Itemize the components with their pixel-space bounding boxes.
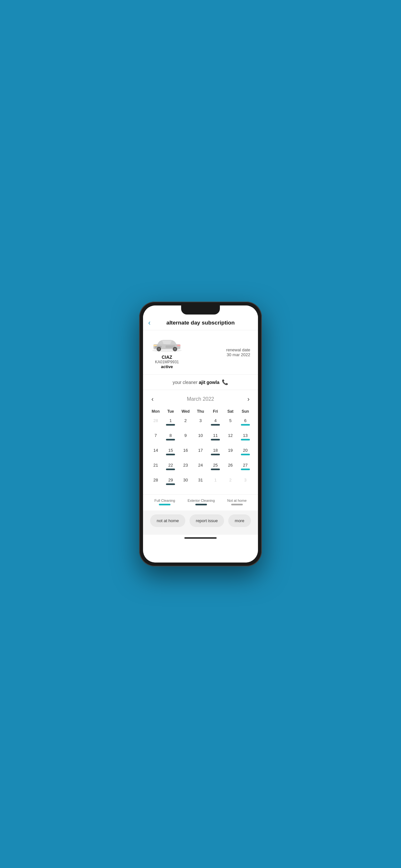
day-cell[interactable]: 23	[178, 461, 193, 476]
page-title: alternate day subscription	[166, 320, 235, 326]
day-cell[interactable]: 28	[148, 417, 163, 431]
svg-point-9	[174, 348, 175, 349]
car-plate: KA01MP9931	[155, 360, 179, 364]
day-number: 20	[243, 448, 248, 453]
day-cell[interactable]: 27	[238, 461, 253, 476]
day-cell[interactable]: 5	[223, 417, 238, 431]
more-button[interactable]: more	[228, 515, 251, 527]
day-cell[interactable]: 8	[163, 432, 178, 446]
day-bar	[166, 469, 175, 470]
day-number: 31	[198, 477, 203, 483]
day-cell[interactable]: 11	[208, 432, 223, 446]
day-number: 30	[183, 477, 188, 483]
legend-full-bar	[159, 504, 171, 505]
day-bar	[211, 424, 220, 426]
calendar-section: ‹ March 2022 › Mon Tue Wed Thu Fri Sat S…	[143, 390, 258, 494]
home-indicator	[143, 535, 258, 542]
calendar-weeks: 2812345678910111213141516171819202122232…	[148, 417, 253, 491]
day-cell[interactable]: 14	[148, 446, 163, 461]
day-cell[interactable]: 18	[208, 446, 223, 461]
day-cell[interactable]: 12	[223, 432, 238, 446]
phone-icon[interactable]: 📞	[222, 379, 228, 385]
day-cell[interactable]: 26	[223, 461, 238, 476]
cleaner-section: your cleaner ajit gowla 📞	[143, 375, 258, 390]
day-cell[interactable]: 30	[178, 476, 193, 491]
day-header-mon: Mon	[148, 408, 163, 415]
day-number: 22	[168, 463, 173, 468]
legend-exterior-bar	[195, 504, 207, 505]
day-cell[interactable]: 24	[193, 461, 208, 476]
day-cell[interactable]: 28	[148, 476, 163, 491]
day-cell[interactable]: 25	[208, 461, 223, 476]
day-cell[interactable]: 4	[208, 417, 223, 431]
day-number: 16	[183, 448, 188, 453]
day-cell[interactable]: 1	[208, 476, 223, 491]
day-number: 28	[153, 418, 158, 423]
day-number: 1	[214, 477, 217, 483]
day-cell[interactable]: 6	[238, 417, 253, 431]
car-status: active	[161, 364, 173, 369]
day-number: 23	[183, 463, 188, 468]
day-number: 27	[243, 463, 248, 468]
day-number: 17	[198, 448, 203, 453]
day-bar	[241, 454, 250, 455]
day-cell[interactable]: 7	[148, 432, 163, 446]
day-number: 5	[229, 418, 232, 423]
day-bar	[166, 439, 175, 440]
svg-rect-11	[177, 345, 181, 346]
day-number: 3	[244, 477, 246, 483]
day-number: 13	[243, 433, 248, 438]
week-row-1: 78910111213	[148, 432, 253, 446]
day-number: 12	[228, 433, 233, 438]
day-header-wed: Wed	[178, 408, 193, 415]
day-cell[interactable]: 10	[193, 432, 208, 446]
day-cell[interactable]: 15	[163, 446, 178, 461]
day-header-fri: Fri	[208, 408, 223, 415]
notch	[181, 306, 220, 314]
next-month-button[interactable]: ›	[244, 394, 253, 404]
legend-exterior-cleaning: Exterior Cleaning	[188, 499, 215, 505]
day-cell[interactable]: 20	[238, 446, 253, 461]
not-at-home-button[interactable]: not at home	[150, 515, 185, 527]
day-number: 10	[198, 433, 203, 438]
day-bar	[241, 469, 250, 470]
report-issue-button[interactable]: report issue	[189, 515, 224, 527]
day-number: 18	[213, 448, 218, 453]
day-cell[interactable]: 13	[238, 432, 253, 446]
action-buttons: not at home report issue more	[143, 510, 258, 535]
day-header-thu: Thu	[193, 408, 208, 415]
car-image	[151, 336, 183, 353]
day-cell[interactable]: 16	[178, 446, 193, 461]
day-cell[interactable]: 22	[163, 461, 178, 476]
day-header-sun: Sun	[238, 408, 253, 415]
day-bar	[241, 424, 250, 426]
day-cell[interactable]: 31	[193, 476, 208, 491]
renewal-info: renewal date 30 mar 2022	[226, 347, 250, 357]
prev-month-button[interactable]: ‹	[148, 394, 157, 404]
day-number: 19	[228, 448, 233, 453]
month-title: March 2022	[187, 396, 214, 402]
day-cell[interactable]: 29	[163, 476, 178, 491]
back-button[interactable]: ‹	[148, 319, 150, 327]
day-number: 26	[228, 463, 233, 468]
day-cell[interactable]: 17	[193, 446, 208, 461]
day-cell[interactable]: 2	[223, 476, 238, 491]
svg-rect-10	[153, 345, 157, 346]
day-number: 2	[184, 418, 187, 423]
day-cell[interactable]: 3	[193, 417, 208, 431]
day-cell[interactable]: 2	[178, 417, 193, 431]
cleaner-name: ajit gowla	[199, 380, 220, 385]
day-number: 3	[199, 418, 202, 423]
day-bar	[211, 469, 220, 470]
day-header-sat: Sat	[223, 408, 238, 415]
day-cell[interactable]: 3	[238, 476, 253, 491]
day-number: 8	[169, 433, 172, 438]
day-cell[interactable]: 9	[178, 432, 193, 446]
day-cell[interactable]: 19	[223, 446, 238, 461]
day-number: 11	[213, 433, 218, 438]
day-cell[interactable]: 21	[148, 461, 163, 476]
car-info: CIAZ KA01MP9931 active	[151, 336, 183, 369]
calendar-grid: Mon Tue Wed Thu Fri Sat Sun 281234567891…	[148, 408, 253, 491]
day-bar	[166, 424, 175, 426]
day-cell[interactable]: 1	[163, 417, 178, 431]
